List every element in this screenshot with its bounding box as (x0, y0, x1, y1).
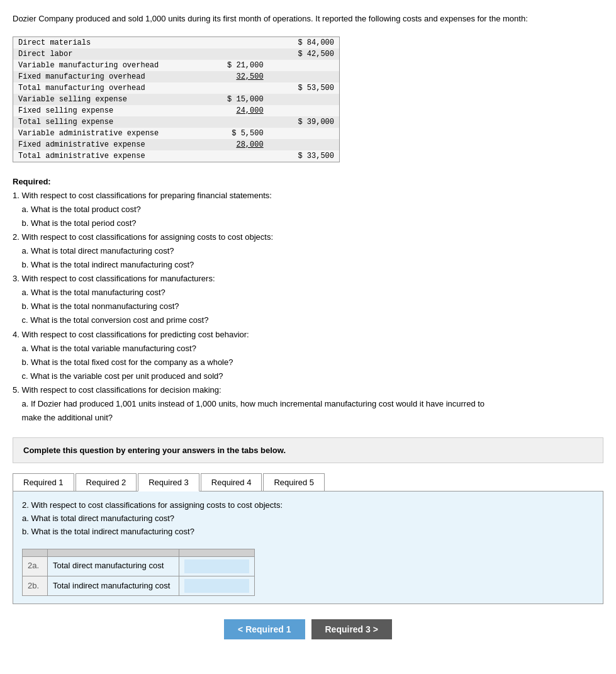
tabs-row: Required 1 Required 2 Required 3 Require… (13, 473, 603, 491)
table-row: Variable manufacturing overhead $ 21,000 (13, 60, 340, 71)
tab-content-line1: a. What is total direct manufacturing co… (22, 512, 594, 525)
answer-table: 2a. Total direct manufacturing cost 2b. … (22, 549, 255, 597)
table-row: Direct labor $ 42,500 (13, 48, 340, 60)
complete-box: Complete this question by entering your … (13, 437, 603, 463)
row-2b-input-cell (179, 576, 255, 595)
req-item-4a: a. What is the total variable manufactur… (13, 344, 196, 353)
req-item-4: 4. With respect to cost classifications … (13, 330, 249, 339)
answer-row-2a: 2a. Total direct manufacturing cost (23, 556, 255, 576)
req-item-4c: c. What is the variable cost per unit pr… (13, 371, 223, 381)
table-row: Fixed administrative expense 28,000 (13, 139, 340, 150)
row-2a-input-cell (179, 556, 255, 576)
row-2b-input[interactable] (184, 579, 249, 593)
tab-required-1[interactable]: Required 1 (13, 473, 74, 491)
table-row: Total selling expense $ 39,000 (13, 116, 340, 128)
tab-content-line2: b. What is the total indirect manufactur… (22, 525, 594, 539)
req-item-5a-cont: make the additional unit? (13, 413, 113, 422)
complete-box-text: Complete this question by entering your … (23, 446, 286, 455)
req-item-2: 2. With respect to cost classifications … (13, 232, 273, 242)
required-section: Required: 1. With respect to cost classi… (13, 175, 603, 425)
table-row: Total administrative expense $ 33,500 (13, 150, 340, 162)
req-item-2a: a. What is total direct manufacturing co… (13, 246, 174, 256)
table-row: Direct materials $ 84,000 (13, 37, 340, 48)
cost-table: Direct materials $ 84,000 Direct labor $… (13, 37, 340, 162)
tab-required-3[interactable]: Required 3 (138, 473, 199, 491)
table-row: Total manufacturing overhead $ 53,500 (13, 82, 340, 94)
req-item-3b: b. What is the total nonmanufacturing co… (13, 301, 179, 311)
row-2b-num: 2b. (23, 576, 48, 595)
tab-content-heading: 2. With respect to cost classifications … (22, 499, 594, 512)
tab-required-2[interactable]: Required 2 (76, 473, 137, 491)
table-row: Fixed manufacturing overhead 32,500 (13, 71, 340, 82)
req-item-2b: b. What is the total indirect manufactur… (13, 260, 194, 269)
row-2a-desc: Total direct manufacturing cost (47, 556, 179, 576)
intro-paragraph: Dozier Company produced and sold 1,000 u… (13, 13, 603, 25)
req-item-4b: b. What is the total fixed cost for the … (13, 357, 233, 367)
tab-content-req2: 2. With respect to cost classifications … (13, 491, 603, 604)
req-item-5: 5. With respect to cost classifications … (13, 385, 221, 395)
prev-button[interactable]: < Required 1 (224, 619, 305, 639)
tab-required-5[interactable]: Required 5 (263, 473, 325, 491)
req-item-1b: b. What is the total period cost? (13, 218, 137, 228)
req-item-3c: c. What is the total conversion cost and… (13, 315, 208, 325)
row-2b-desc: Total indirect manufacturing cost (47, 576, 179, 595)
req-item-1: 1. With respect to cost classifications … (13, 191, 272, 200)
table-row: Variable administrative expense $ 5,500 (13, 128, 340, 139)
next-button[interactable]: Required 3 > (311, 619, 392, 639)
table-row: Variable selling expense $ 15,000 (13, 94, 340, 105)
nav-buttons: < Required 1 Required 3 > (13, 619, 603, 639)
row-2a-num: 2a. (23, 556, 48, 576)
req-item-3a: a. What is the total manufacturing cost? (13, 288, 165, 297)
answer-table-header (23, 549, 255, 556)
row-2a-input[interactable] (184, 559, 249, 573)
req-item-5a: a. If Dozier had produced 1,001 units in… (13, 399, 484, 408)
req-item-1a: a. What is the total product cost? (13, 205, 141, 214)
answer-row-2b: 2b. Total indirect manufacturing cost (23, 576, 255, 595)
req-item-3: 3. With respect to cost classifications … (13, 274, 215, 283)
required-title: Required: (13, 177, 51, 186)
table-row: Fixed selling expense 24,000 (13, 105, 340, 116)
tab-required-4[interactable]: Required 4 (201, 473, 262, 491)
